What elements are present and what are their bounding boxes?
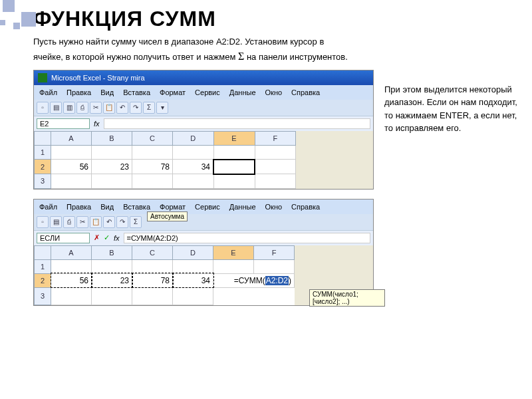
col-header[interactable]: F <box>255 131 296 145</box>
spreadsheet-grid: A B C D E F 1 2 56 23 78 34 3 <box>34 131 296 189</box>
col-header[interactable]: D <box>173 245 213 259</box>
menu-window[interactable]: Окно <box>261 87 287 98</box>
sigma-symbol: Σ <box>238 51 244 62</box>
menu-help[interactable]: Справка <box>287 201 324 212</box>
menu-format[interactable]: Формат <box>156 87 190 98</box>
menu-help[interactable]: Справка <box>287 87 324 98</box>
formula-bar[interactable]: =СУММ(A2:D2) <box>124 233 370 243</box>
formula-bar[interactable] <box>104 118 370 129</box>
menu-tools[interactable]: Сервис <box>191 87 224 98</box>
menu-insert[interactable]: Вставка <box>119 201 154 212</box>
toolbar-button[interactable]: ↷ <box>130 102 142 114</box>
spreadsheet-grid: A B C D E F 1 2 56 23 78 34 =СУММ(A2:D2)… <box>34 245 295 306</box>
toolbar-button[interactable]: 📋 <box>90 216 102 228</box>
excel-screenshot-2: Файл Правка Вид Вставка Формат Сервис Да… <box>33 199 374 307</box>
fx-label: fx <box>94 120 100 128</box>
row-header[interactable]: 1 <box>35 145 51 160</box>
toolbar-button[interactable]: ▫ <box>37 102 49 114</box>
col-header[interactable]: C <box>132 245 173 259</box>
col-header[interactable]: A <box>51 131 92 145</box>
formula-bar-row: ЕСЛИ ✗ ✓ fx =СУММ(A2:D2) <box>34 230 373 245</box>
row-header[interactable]: 3 <box>35 174 51 189</box>
toolbar-button[interactable]: ↶ <box>103 216 115 228</box>
cell[interactable]: 56 <box>51 160 92 174</box>
cell[interactable]: 23 <box>92 160 132 174</box>
autosum-button[interactable]: Σ <box>143 102 155 114</box>
row-header[interactable]: 3 <box>35 287 51 305</box>
menu-file[interactable]: Файл <box>35 87 61 98</box>
menu-edit[interactable]: Правка <box>63 87 95 98</box>
function-tooltip: СУММ(число1; [число2]; ...) <box>309 289 385 307</box>
name-box[interactable]: ЕСЛИ <box>37 233 90 243</box>
menu-window[interactable]: Окно <box>261 201 287 212</box>
excel-screenshot-1: Microsoft Excel - Strany mira Файл Правк… <box>33 70 374 190</box>
name-box[interactable]: E2 <box>37 118 90 129</box>
formula-bar-row: E2 fx <box>34 116 373 131</box>
cell[interactable]: 34 <box>173 273 213 287</box>
col-header[interactable]: E <box>213 245 254 259</box>
menu-file[interactable]: Файл <box>35 201 61 212</box>
menu-bar: Файл Правка Вид Вставка Формат Сервис Да… <box>34 85 373 100</box>
menu-view[interactable]: Вид <box>96 201 118 212</box>
side-explanation: При этом выделится некоторый диапазон. Е… <box>384 70 517 135</box>
row-header[interactable]: 2 <box>35 160 51 174</box>
menu-insert[interactable]: Вставка <box>119 87 154 98</box>
col-header[interactable]: A <box>51 245 92 259</box>
window-title: Microsoft Excel - Strany mira <box>51 74 145 82</box>
autosum-tooltip: Автосумма <box>147 211 188 221</box>
toolbar-button[interactable]: ✂ <box>76 216 88 228</box>
autosum-button[interactable]: Σ <box>130 216 142 228</box>
selected-range: A2:D2 <box>265 276 289 285</box>
toolbar-button[interactable]: ↷ <box>116 216 128 228</box>
slide-title: ФУНКЦИЯ СУММ <box>33 7 216 31</box>
menu-data[interactable]: Данные <box>225 201 260 212</box>
toolbar-button[interactable]: ▥ <box>63 102 75 114</box>
toolbar-button[interactable]: ⎙ <box>63 216 75 228</box>
menu-tools[interactable]: Сервис <box>191 201 224 212</box>
toolbar-button[interactable]: ▫ <box>37 216 49 228</box>
col-header[interactable]: B <box>92 245 132 259</box>
active-cell[interactable] <box>213 160 255 174</box>
intro-text: Пусть нужно найти сумму чисел в диапазон… <box>33 35 512 65</box>
toolbar-button[interactable]: ▤ <box>50 216 62 228</box>
row-header[interactable]: 2 <box>35 273 51 287</box>
enter-icon[interactable]: ✓ <box>104 233 110 242</box>
active-cell-editing[interactable]: =СУММ(A2:D2) <box>213 273 295 287</box>
toolbar-button[interactable]: ✂ <box>90 102 102 114</box>
col-header[interactable]: B <box>92 131 132 145</box>
col-header[interactable]: C <box>132 131 173 145</box>
cell[interactable]: 78 <box>132 273 173 287</box>
row-header[interactable]: 1 <box>35 259 51 273</box>
toolbar-button[interactable]: ▾ <box>156 102 168 114</box>
toolbar: ▫ ▤ ▥ ⎙ ✂ 📋 ↶ ↷ Σ ▾ <box>34 100 373 116</box>
cancel-icon[interactable]: ✗ <box>94 233 100 242</box>
cell[interactable]: 23 <box>92 273 132 287</box>
cell[interactable]: 34 <box>173 160 214 174</box>
toolbar: ▫ ▤ ⎙ ✂ 📋 ↶ ↷ Σ Автосумма <box>34 214 373 230</box>
toolbar-button[interactable]: ▤ <box>50 102 62 114</box>
toolbar-button[interactable]: 📋 <box>103 102 115 114</box>
toolbar-button[interactable]: ⎙ <box>76 102 88 114</box>
excel-icon <box>38 73 47 82</box>
toolbar-button[interactable]: ↶ <box>116 102 128 114</box>
menu-bar: Файл Правка Вид Вставка Формат Сервис Да… <box>34 200 373 214</box>
menu-edit[interactable]: Правка <box>63 201 95 212</box>
menu-view[interactable]: Вид <box>96 87 118 98</box>
menu-data[interactable]: Данные <box>225 87 260 98</box>
window-titlebar: Microsoft Excel - Strany mira <box>34 70 373 85</box>
fx-label: fx <box>114 234 120 242</box>
cell[interactable]: 56 <box>51 273 92 287</box>
col-header[interactable]: E <box>213 131 255 145</box>
menu-format[interactable]: Формат <box>156 201 190 212</box>
col-header[interactable]: F <box>254 245 295 259</box>
cell[interactable]: 78 <box>132 160 173 174</box>
col-header[interactable]: D <box>173 131 214 145</box>
